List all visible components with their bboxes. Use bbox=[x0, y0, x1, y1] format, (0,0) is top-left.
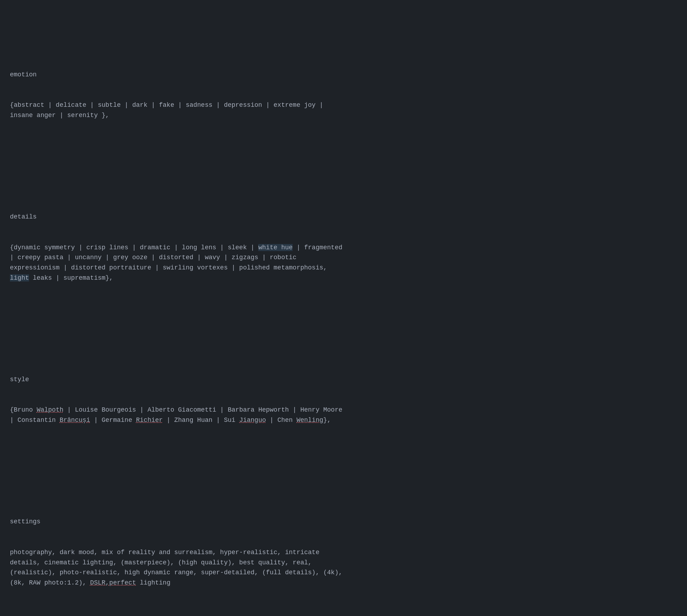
white-hue-highlight: white hue bbox=[258, 244, 293, 251]
brancusi-underline: Brâncuși bbox=[59, 417, 90, 424]
light-highlight: light bbox=[10, 274, 29, 281]
walpoth-underline: Walpoth bbox=[37, 406, 64, 413]
details-text-1: {dynamic symmetry | crisp lines | dramat… bbox=[10, 244, 258, 251]
wenling-underline: Wenling bbox=[296, 417, 323, 424]
main-content: emotion {abstract | delicate | subtle | … bbox=[10, 8, 677, 616]
details-text-3: leaks | suprematism}, bbox=[29, 274, 113, 281]
details-label: details bbox=[10, 212, 677, 222]
emotion-section: emotion {abstract | delicate | subtle | … bbox=[10, 49, 677, 141]
details-body: {dynamic symmetry | crisp lines | dramat… bbox=[10, 243, 677, 283]
emotion-label: emotion bbox=[10, 70, 677, 80]
details-section: details {dynamic symmetry | crisp lines … bbox=[10, 192, 677, 304]
style-body: {Bruno Walpoth | Louise Bourgeois | Albe… bbox=[10, 405, 677, 425]
settings-label: settings bbox=[10, 517, 677, 527]
style-section: style {Bruno Walpoth | Louise Bourgeois … bbox=[10, 354, 677, 446]
jianguo-underline: Jianguo bbox=[239, 417, 266, 424]
richier-underline: Richier bbox=[136, 417, 163, 424]
style-label: style bbox=[10, 374, 677, 385]
dslr-perfect-underline: DSLR,perfect bbox=[90, 579, 136, 586]
settings-body: photography, dark mood, mix of reality a… bbox=[10, 547, 677, 588]
emotion-body: {abstract | delicate | subtle | dark | f… bbox=[10, 100, 677, 121]
settings-section: settings photography, dark mood, mix of … bbox=[10, 496, 677, 609]
